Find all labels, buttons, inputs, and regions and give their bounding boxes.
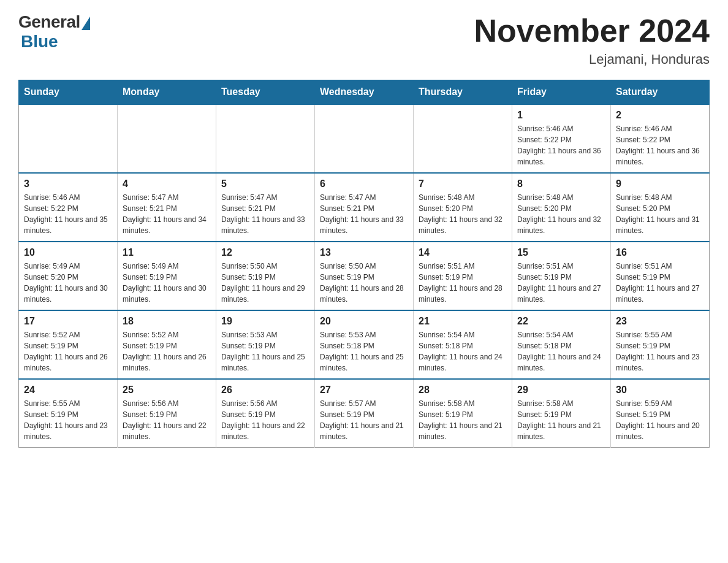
day-number: 5 [221, 178, 309, 190]
day-number: 15 [517, 247, 605, 258]
day-number: 16 [616, 247, 704, 258]
day-number: 13 [320, 247, 408, 258]
day-info: Sunrise: 5:49 AM Sunset: 5:19 PM Dayligh… [123, 261, 211, 305]
calendar-cell: 25Sunrise: 5:56 AM Sunset: 5:19 PM Dayli… [118, 379, 216, 448]
calendar-cell: 10Sunrise: 5:49 AM Sunset: 5:20 PM Dayli… [19, 242, 118, 310]
day-info: Sunrise: 5:57 AM Sunset: 5:19 PM Dayligh… [320, 398, 408, 442]
calendar-cell [19, 104, 118, 173]
column-header-wednesday: Wednesday [315, 80, 414, 105]
day-info: Sunrise: 5:49 AM Sunset: 5:20 PM Dayligh… [24, 261, 112, 305]
day-info: Sunrise: 5:51 AM Sunset: 5:19 PM Dayligh… [616, 261, 704, 305]
day-number: 25 [123, 385, 211, 396]
column-header-monday: Monday [118, 80, 216, 105]
column-header-thursday: Thursday [414, 80, 512, 105]
day-info: Sunrise: 5:47 AM Sunset: 5:21 PM Dayligh… [221, 192, 309, 236]
calendar-cell: 27Sunrise: 5:57 AM Sunset: 5:19 PM Dayli… [315, 379, 414, 448]
calendar-cell: 29Sunrise: 5:58 AM Sunset: 5:19 PM Dayli… [512, 379, 611, 448]
day-number: 3 [24, 178, 112, 190]
day-number: 6 [320, 178, 408, 190]
calendar-cell: 9Sunrise: 5:48 AM Sunset: 5:20 PM Daylig… [611, 173, 710, 242]
logo-triangle-icon [82, 17, 90, 30]
day-number: 19 [221, 316, 309, 327]
day-info: Sunrise: 5:46 AM Sunset: 5:22 PM Dayligh… [517, 123, 605, 167]
calendar-cell: 1Sunrise: 5:46 AM Sunset: 5:22 PM Daylig… [512, 104, 611, 173]
calendar-cell: 22Sunrise: 5:54 AM Sunset: 5:18 PM Dayli… [512, 310, 611, 379]
calendar-cell: 23Sunrise: 5:55 AM Sunset: 5:19 PM Dayli… [611, 310, 710, 379]
day-info: Sunrise: 5:55 AM Sunset: 5:19 PM Dayligh… [24, 398, 112, 442]
day-number: 12 [221, 247, 309, 258]
day-info: Sunrise: 5:51 AM Sunset: 5:19 PM Dayligh… [517, 261, 605, 305]
calendar-cell: 13Sunrise: 5:50 AM Sunset: 5:19 PM Dayli… [315, 242, 414, 310]
page-header: General Blue November 2024 Lejamani, Hon… [18, 12, 710, 67]
calendar-cell [414, 104, 512, 173]
column-header-tuesday: Tuesday [216, 80, 315, 105]
calendar-cell [315, 104, 414, 173]
day-number: 7 [419, 178, 507, 190]
calendar-week-3: 10Sunrise: 5:49 AM Sunset: 5:20 PM Dayli… [19, 242, 710, 310]
day-info: Sunrise: 5:52 AM Sunset: 5:19 PM Dayligh… [123, 329, 211, 373]
calendar-cell: 14Sunrise: 5:51 AM Sunset: 5:19 PM Dayli… [414, 242, 512, 310]
logo-blue-text: Blue [21, 32, 58, 52]
day-number: 26 [221, 385, 309, 396]
calendar-cell: 5Sunrise: 5:47 AM Sunset: 5:21 PM Daylig… [216, 173, 315, 242]
day-number: 28 [419, 385, 507, 396]
calendar-cell: 20Sunrise: 5:53 AM Sunset: 5:18 PM Dayli… [315, 310, 414, 379]
day-info: Sunrise: 5:54 AM Sunset: 5:18 PM Dayligh… [517, 329, 605, 373]
calendar-cell: 18Sunrise: 5:52 AM Sunset: 5:19 PM Dayli… [118, 310, 216, 379]
calendar-table: SundayMondayTuesdayWednesdayThursdayFrid… [18, 80, 710, 448]
day-info: Sunrise: 5:58 AM Sunset: 5:19 PM Dayligh… [517, 398, 605, 442]
location-text: Lejamani, Honduras [474, 52, 710, 67]
calendar-cell: 4Sunrise: 5:47 AM Sunset: 5:21 PM Daylig… [118, 173, 216, 242]
day-number: 18 [123, 316, 211, 327]
column-header-sunday: Sunday [19, 80, 118, 105]
calendar-week-1: 1Sunrise: 5:46 AM Sunset: 5:22 PM Daylig… [19, 104, 710, 173]
day-info: Sunrise: 5:47 AM Sunset: 5:21 PM Dayligh… [123, 192, 211, 236]
day-info: Sunrise: 5:56 AM Sunset: 5:19 PM Dayligh… [123, 398, 211, 442]
day-number: 17 [24, 316, 112, 327]
day-number: 24 [24, 385, 112, 396]
calendar-cell [118, 104, 216, 173]
day-info: Sunrise: 5:47 AM Sunset: 5:21 PM Dayligh… [320, 192, 408, 236]
calendar-week-5: 24Sunrise: 5:55 AM Sunset: 5:19 PM Dayli… [19, 379, 710, 448]
logo: General Blue [18, 12, 90, 52]
calendar-header-row: SundayMondayTuesdayWednesdayThursdayFrid… [19, 80, 710, 105]
calendar-week-4: 17Sunrise: 5:52 AM Sunset: 5:19 PM Dayli… [19, 310, 710, 379]
logo-general-text: General [18, 12, 80, 32]
day-number: 22 [517, 316, 605, 327]
day-number: 4 [123, 178, 211, 190]
day-number: 27 [320, 385, 408, 396]
day-number: 11 [123, 247, 211, 258]
day-info: Sunrise: 5:48 AM Sunset: 5:20 PM Dayligh… [517, 192, 605, 236]
column-header-friday: Friday [512, 80, 611, 105]
calendar-cell: 2Sunrise: 5:46 AM Sunset: 5:22 PM Daylig… [611, 104, 710, 173]
day-info: Sunrise: 5:46 AM Sunset: 5:22 PM Dayligh… [616, 123, 704, 167]
day-info: Sunrise: 5:53 AM Sunset: 5:18 PM Dayligh… [320, 329, 408, 373]
calendar-cell: 16Sunrise: 5:51 AM Sunset: 5:19 PM Dayli… [611, 242, 710, 310]
calendar-cell: 24Sunrise: 5:55 AM Sunset: 5:19 PM Dayli… [19, 379, 118, 448]
day-info: Sunrise: 5:56 AM Sunset: 5:19 PM Dayligh… [221, 398, 309, 442]
day-info: Sunrise: 5:55 AM Sunset: 5:19 PM Dayligh… [616, 329, 704, 373]
day-number: 29 [517, 385, 605, 396]
calendar-cell: 8Sunrise: 5:48 AM Sunset: 5:20 PM Daylig… [512, 173, 611, 242]
day-number: 2 [616, 110, 704, 121]
day-number: 21 [419, 316, 507, 327]
month-title: November 2024 [474, 12, 710, 49]
calendar-cell: 26Sunrise: 5:56 AM Sunset: 5:19 PM Dayli… [216, 379, 315, 448]
calendar-cell: 12Sunrise: 5:50 AM Sunset: 5:19 PM Dayli… [216, 242, 315, 310]
day-info: Sunrise: 5:50 AM Sunset: 5:19 PM Dayligh… [320, 261, 408, 305]
day-info: Sunrise: 5:51 AM Sunset: 5:19 PM Dayligh… [419, 261, 507, 305]
calendar-cell: 30Sunrise: 5:59 AM Sunset: 5:19 PM Dayli… [611, 379, 710, 448]
calendar-cell [216, 104, 315, 173]
day-number: 9 [616, 178, 704, 190]
day-info: Sunrise: 5:53 AM Sunset: 5:19 PM Dayligh… [221, 329, 309, 373]
day-number: 30 [616, 385, 704, 396]
calendar-cell: 19Sunrise: 5:53 AM Sunset: 5:19 PM Dayli… [216, 310, 315, 379]
day-number: 14 [419, 247, 507, 258]
calendar-cell: 7Sunrise: 5:48 AM Sunset: 5:20 PM Daylig… [414, 173, 512, 242]
day-info: Sunrise: 5:46 AM Sunset: 5:22 PM Dayligh… [24, 192, 112, 236]
day-info: Sunrise: 5:59 AM Sunset: 5:19 PM Dayligh… [616, 398, 704, 442]
calendar-cell: 21Sunrise: 5:54 AM Sunset: 5:18 PM Dayli… [414, 310, 512, 379]
day-number: 1 [517, 110, 605, 121]
day-info: Sunrise: 5:48 AM Sunset: 5:20 PM Dayligh… [616, 192, 704, 236]
day-info: Sunrise: 5:58 AM Sunset: 5:19 PM Dayligh… [419, 398, 507, 442]
